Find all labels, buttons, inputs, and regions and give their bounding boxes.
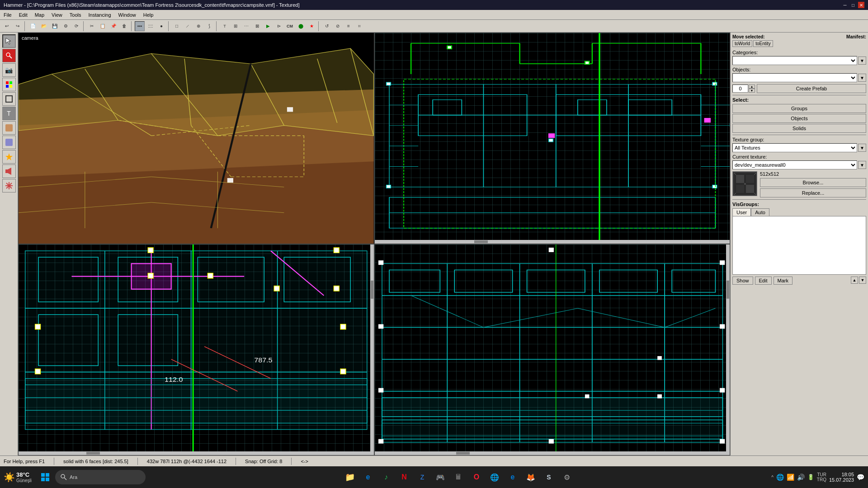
tray-notification[interactable]: 💬 bbox=[857, 474, 864, 481]
block-tool-left[interactable] bbox=[2, 92, 16, 106]
taskbar-spotify[interactable]: ♪ bbox=[378, 469, 394, 485]
undo-button[interactable]: ↩ bbox=[2, 21, 12, 31]
viewport-front[interactable]: 787.5 112.0 bbox=[18, 244, 374, 455]
paint-mode[interactable]: ● bbox=[156, 21, 166, 31]
run2-btn[interactable]: ⊳ bbox=[274, 21, 284, 31]
start-button[interactable] bbox=[37, 469, 53, 485]
refresh-button[interactable]: ⟳ bbox=[71, 21, 81, 31]
new-button[interactable]: 📄 bbox=[28, 21, 38, 31]
taskbar-app-extra[interactable]: ⚙ bbox=[559, 469, 575, 485]
paste-button[interactable]: 📌 bbox=[108, 21, 118, 31]
camera-tool[interactable]: 📷 bbox=[2, 63, 16, 77]
selection-mode2[interactable]: :::: bbox=[146, 21, 156, 31]
texture-app[interactable]: T bbox=[220, 21, 230, 31]
arrow-up-button[interactable]: ▲ bbox=[851, 277, 858, 284]
open-button[interactable]: 📂 bbox=[39, 21, 49, 31]
vp-front-vscroll[interactable] bbox=[370, 244, 374, 455]
minimize-button[interactable]: ─ bbox=[842, 2, 848, 8]
tray-volume[interactable]: 🔊 bbox=[797, 474, 805, 481]
star-btn[interactable]: ★ bbox=[307, 21, 316, 31]
helper-tool[interactable] bbox=[2, 179, 16, 192]
objects-dropdown[interactable]: ▼ bbox=[858, 74, 866, 82]
texture-group-select[interactable]: All Textures bbox=[732, 143, 857, 152]
menu-instancing[interactable]: Instancing bbox=[85, 11, 114, 19]
select-mode[interactable]: ▪▪▪ bbox=[135, 21, 145, 31]
taskbar-zoom[interactable]: Z bbox=[414, 469, 430, 485]
sound-tool[interactable] bbox=[2, 164, 16, 178]
viewport-side[interactable] bbox=[374, 244, 731, 455]
visgroup-tab-user[interactable]: User bbox=[732, 208, 751, 216]
grid-btn[interactable]: ⌗ bbox=[354, 21, 364, 31]
taskbar-opera[interactable]: O bbox=[468, 469, 485, 485]
green-btn[interactable]: ⬤ bbox=[296, 21, 306, 31]
vp-side-hscroll[interactable] bbox=[375, 451, 730, 455]
texture-group-dropdown[interactable]: ▼ bbox=[858, 144, 866, 152]
taskbar-edge2[interactable]: e bbox=[505, 469, 521, 485]
redo-button[interactable]: ↪ bbox=[13, 21, 23, 31]
arrow-down-button[interactable]: ▼ bbox=[859, 277, 866, 284]
taskbar-file-explorer[interactable]: 📁 bbox=[342, 469, 358, 485]
rotate-btn[interactable]: ↺ bbox=[322, 21, 332, 31]
mark-button[interactable]: Mark bbox=[774, 277, 793, 285]
menu-window[interactable]: Window bbox=[115, 11, 140, 19]
menu-edit[interactable]: Edit bbox=[15, 11, 31, 19]
texture-tool[interactable]: T bbox=[2, 107, 16, 120]
magnify-tool[interactable] bbox=[2, 49, 16, 62]
categories-dropdown[interactable]: ▼ bbox=[858, 56, 866, 65]
visgroup-tab-auto[interactable]: Auto bbox=[751, 208, 769, 216]
to-world-button[interactable]: toWorld bbox=[732, 40, 752, 47]
taskbar-search[interactable]: Ara bbox=[55, 470, 146, 484]
block-tool[interactable]: □ bbox=[172, 21, 182, 31]
objects-select[interactable] bbox=[732, 73, 857, 82]
selection-tool[interactable] bbox=[2, 34, 16, 48]
menu-help[interactable]: Help bbox=[140, 11, 157, 19]
edit-button[interactable]: Edit bbox=[755, 277, 772, 285]
close-button[interactable]: ✕ bbox=[858, 2, 864, 8]
copy-button[interactable]: 📋 bbox=[98, 21, 108, 31]
wedge-tool[interactable]: ⟋ bbox=[183, 21, 193, 31]
current-texture-select[interactable]: dev/dev_measurewall0 bbox=[732, 160, 857, 169]
transform-btn[interactable]: ⊞ bbox=[231, 21, 241, 31]
to-entity-button[interactable]: toEntity bbox=[753, 40, 773, 47]
menu-file[interactable]: File bbox=[0, 11, 15, 19]
taskbar-netflix[interactable]: N bbox=[396, 469, 412, 485]
group-btn[interactable]: ⋯ bbox=[241, 21, 251, 31]
taskbar-firefox[interactable]: 🦊 bbox=[523, 469, 539, 485]
decal-tool[interactable] bbox=[2, 121, 16, 135]
visgroups-list[interactable] bbox=[732, 216, 866, 275]
cm-btn[interactable]: CM bbox=[285, 21, 295, 31]
vp-top-hscroll[interactable] bbox=[375, 240, 730, 244]
vp-front-hscroll[interactable] bbox=[19, 451, 374, 455]
current-texture-dropdown[interactable]: ▼ bbox=[858, 161, 866, 169]
viewport-top[interactable] bbox=[374, 33, 731, 244]
maximize-button[interactable]: □ bbox=[850, 2, 856, 8]
taskbar-edge[interactable]: e bbox=[360, 469, 376, 485]
menu-tools[interactable]: Tools bbox=[66, 11, 85, 19]
create-prefab-button[interactable]: Create Prefab bbox=[757, 84, 866, 93]
taskbar-chrome[interactable]: 🌐 bbox=[486, 469, 503, 485]
compile-button[interactable]: ⚙ bbox=[61, 21, 71, 31]
spinner-down[interactable]: ▼ bbox=[749, 89, 755, 93]
solids-button[interactable]: Solids bbox=[732, 124, 866, 133]
taskbar-steam[interactable]: S bbox=[541, 469, 557, 485]
objects-button[interactable]: Objects bbox=[732, 114, 866, 123]
spinner-input[interactable] bbox=[732, 84, 748, 93]
show-button[interactable]: Show bbox=[732, 277, 753, 285]
flip-h-btn[interactable]: ⊘ bbox=[333, 21, 343, 31]
tray-chevron[interactable]: ^ bbox=[771, 475, 774, 480]
vp-side-vscroll[interactable] bbox=[726, 244, 730, 455]
taskbar-calculator[interactable]: 🖩 bbox=[450, 469, 467, 485]
tray-battery[interactable]: 🔋 bbox=[807, 474, 814, 480]
viewport-camera[interactable]: camera bbox=[18, 33, 374, 244]
hollow-btn[interactable]: ⊠ bbox=[252, 21, 262, 31]
tray-wifi[interactable]: 📶 bbox=[787, 474, 794, 481]
overlay-tool[interactable] bbox=[2, 136, 16, 149]
menu-map[interactable]: Map bbox=[31, 11, 48, 19]
spinner-up[interactable]: ▲ bbox=[749, 84, 755, 89]
run-btn[interactable]: ▶ bbox=[263, 21, 273, 31]
groups-button[interactable]: Groups bbox=[732, 104, 866, 113]
tray-network[interactable]: 🌐 bbox=[776, 474, 784, 481]
browse-button[interactable]: Browse... bbox=[760, 178, 866, 187]
cut-button[interactable]: ✂ bbox=[87, 21, 97, 31]
light-tool[interactable] bbox=[2, 150, 16, 164]
